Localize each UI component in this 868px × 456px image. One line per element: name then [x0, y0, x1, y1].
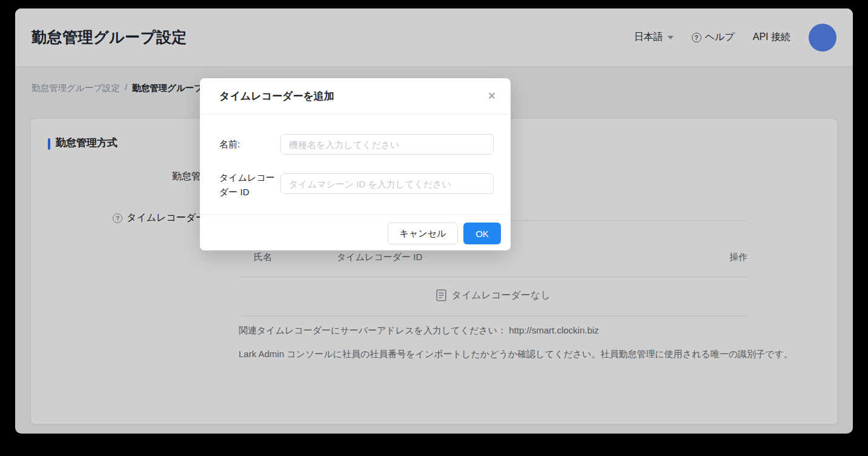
add-time-recorder-modal: タイムレコーダーを追加 ✕ 名前: タイムレコーダー ID キャンセル OK: [200, 78, 511, 250]
recorder-id-field-label: タイムレコーダー ID: [219, 170, 280, 200]
name-field-label: 名前:: [219, 139, 240, 150]
cancel-button[interactable]: キャンセル: [388, 223, 458, 244]
modal-header: タイムレコーダーを追加 ✕: [200, 78, 511, 115]
ok-button[interactable]: OK: [463, 223, 501, 244]
name-input[interactable]: [280, 134, 494, 155]
close-icon[interactable]: ✕: [488, 91, 496, 101]
modal-footer-divider: [200, 214, 511, 215]
modal-title: タイムレコーダーを追加: [219, 89, 334, 103]
app-window: 勤怠管理グループ設定 日本語 ? ヘルプ API 接続 勤怠管理グループ設定 /…: [15, 8, 853, 434]
recorder-id-input[interactable]: [280, 173, 494, 194]
screen: 勤怠管理グループ設定 日本語 ? ヘルプ API 接続 勤怠管理グループ設定 /…: [0, 0, 868, 456]
